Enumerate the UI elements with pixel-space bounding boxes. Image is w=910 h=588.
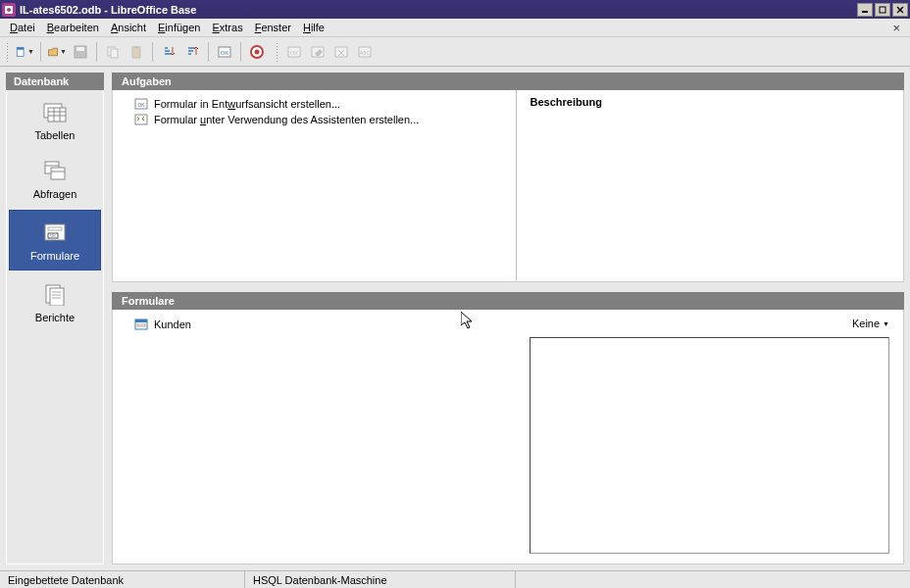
description-pane: Beschreibung [517,90,904,281]
separator [40,42,41,62]
sidebar-item-label: Tabellen [35,129,76,141]
content-area: Aufgaben OK Formular in Entwurfsansicht … [112,73,904,564]
svg-point-1 [7,8,11,12]
preview-box [530,337,889,554]
sidebar-item-label: Berichte [35,312,75,323]
separator [152,42,153,62]
svg-text:OK: OK [221,50,229,56]
minimize-button[interactable] [857,3,873,17]
svg-rect-12 [132,47,140,58]
status-bar: Eingebettete Datenbank HSQL Datenbank-Ma… [0,570,910,588]
menu-insert[interactable]: Einfügen [152,20,206,35]
svg-rect-7 [17,47,24,49]
separator [240,42,241,62]
forms-list-panel: Formulare Kunden Keine ▼ [112,292,904,564]
tasks-header: Aufgaben [112,73,904,90]
sort-asc-button[interactable] [158,41,179,63]
status-empty [516,571,910,588]
copy-button[interactable] [102,41,124,63]
tasks-body: OK Formular in Entwurfsansicht erstellen… [112,90,904,282]
svg-rect-3 [880,7,885,13]
task-create-wizard[interactable]: Formular unter Verwendung des Assistente… [134,112,494,127]
svg-rect-33 [51,168,65,179]
svg-text:OK: OK [290,50,299,56]
forms-list-header: Formulare [112,292,904,310]
sidebar-item-label: Formulare [30,250,79,262]
form-rename-button[interactable]: ABC [354,41,376,63]
close-document-icon[interactable]: × [886,21,906,35]
status-embedded-db: Eingebettete Datenbank [0,571,245,588]
preview-pane: Keine ▼ [516,310,903,564]
filename: IL-ates6502.odb [20,4,101,16]
menu-tools[interactable]: Extras [206,20,248,35]
task-create-design-view[interactable]: OK Formular in Entwurfsansicht erstellen… [134,96,494,112]
menu-bar: Datei Bearbeiten Ansicht Einfügen Extras… [0,19,910,37]
forms-icon: OK [41,220,69,244]
form-design-icon: OK [134,97,148,111]
chevron-down-icon: ▼ [883,320,889,327]
form-delete-button[interactable] [330,41,352,63]
toolbar: ▼ ▼ OK OK ABC [0,37,910,67]
svg-rect-27 [48,108,66,122]
list-item[interactable]: Kunden [134,318,494,331]
forms-list-body: Kunden Keine ▼ [112,310,904,564]
svg-rect-9 [76,47,84,51]
svg-rect-49 [135,319,147,322]
queries-icon [41,159,69,182]
title-bar: IL-ates6502.odb - LibreOffice Base [0,0,910,19]
menu-window[interactable]: Fenster [249,20,297,35]
form-new-button[interactable]: OK [283,41,305,63]
sidebar-item-queries[interactable]: Abfragen [7,149,103,208]
paste-button[interactable] [126,41,147,63]
menu-edit[interactable]: Bearbeiten [41,20,105,35]
sidebar-item-reports[interactable]: Berichte [7,272,103,331]
window-buttons [857,3,908,17]
toolbar-grip[interactable] [6,42,10,62]
description-label: Beschreibung [531,96,890,108]
tasks-panel: Aufgaben OK Formular in Entwurfsansicht … [112,73,904,284]
form-wizard-icon [134,113,148,126]
svg-point-17 [255,49,260,54]
form-name: Kunden [154,318,191,330]
maximize-button[interactable] [875,3,890,17]
tasks-list: OK Formular in Entwurfsansicht erstellen… [113,90,517,281]
svg-text:ABC: ABC [360,50,371,56]
svg-text:OK: OK [137,102,145,108]
svg-rect-21 [335,47,347,57]
sidebar: Datenbank Tabellen Abfragen OK Formulare… [6,73,104,564]
sort-desc-button[interactable] [181,41,203,63]
new-button[interactable]: ▼ [14,41,35,63]
sidebar-item-tables[interactable]: Tabellen [7,90,103,149]
menu-view[interactable]: Ansicht [105,20,152,35]
forms-list: Kunden [113,310,516,564]
svg-text:OK: OK [50,233,56,238]
separator [96,42,97,62]
window-title: IL-ates6502.odb - LibreOffice Base [20,4,857,16]
svg-rect-11 [111,49,118,58]
preview-mode-dropdown[interactable]: Keine ▼ [852,318,889,337]
svg-rect-41 [50,288,64,306]
form-button[interactable]: OK [214,41,235,63]
tables-icon [41,100,69,123]
main-area: Datenbank Tabellen Abfragen OK Formulare… [0,67,910,570]
open-button[interactable]: ▼ [46,41,68,63]
sidebar-header: Datenbank [6,73,104,90]
svg-rect-13 [134,46,138,48]
reports-icon [41,282,69,306]
app-icon [2,3,16,17]
sidebar-item-forms[interactable]: OK Formulare [9,210,101,270]
help-button[interactable] [246,41,268,63]
menu-file[interactable]: Datei [4,20,41,35]
sidebar-item-label: Abfragen [33,188,77,200]
sidebar-items: Tabellen Abfragen OK Formulare Berichte [6,90,104,564]
toolbar-grip[interactable] [276,42,279,62]
status-db-engine: HSQL Datenbank-Maschine [245,571,516,588]
separator [208,42,209,62]
close-button[interactable] [892,3,908,17]
save-button[interactable] [70,41,91,63]
form-edit-button[interactable] [307,41,329,63]
svg-rect-47 [135,115,147,124]
app-name: LibreOffice Base [111,4,196,16]
menu-help[interactable]: Hilfe [297,20,330,35]
form-icon [134,318,148,331]
